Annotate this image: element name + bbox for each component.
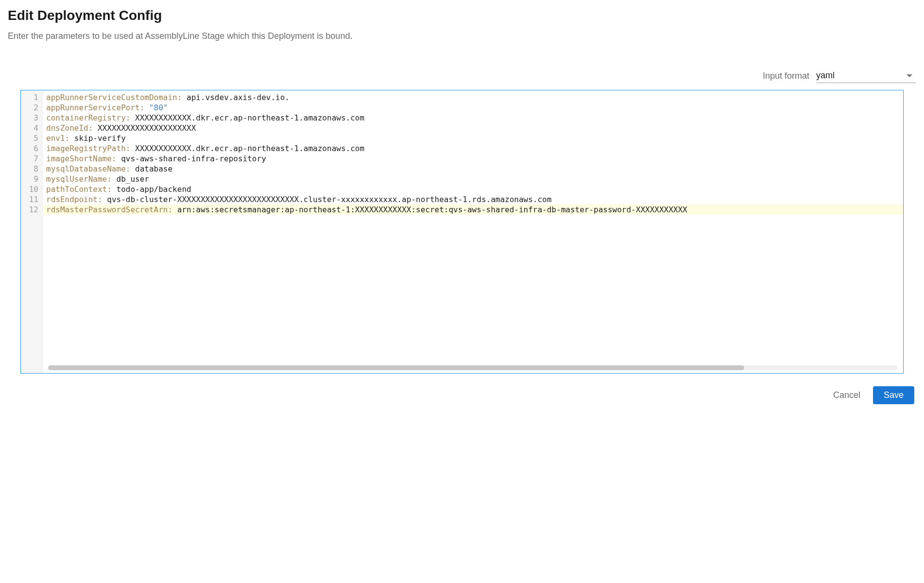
line-number: 6 bbox=[21, 143, 43, 154]
input-format-value: yaml bbox=[816, 70, 835, 81]
line-number: 12 bbox=[21, 205, 43, 215]
yaml-key: dnsZoneId bbox=[46, 123, 88, 133]
code-line[interactable]: containerRegistry: XXXXXXXXXXXX.dkr.ecr.… bbox=[43, 113, 903, 123]
save-button[interactable]: Save bbox=[873, 386, 914, 404]
editor-content[interactable]: appRunnerServiceCustomDomain: api.vsdev.… bbox=[43, 90, 903, 373]
yaml-value: todo-app/backend bbox=[117, 185, 191, 194]
yaml-value: api.vsdev.axis-dev.io. bbox=[187, 93, 290, 102]
yaml-value: "80" bbox=[149, 103, 168, 112]
line-number: 8 bbox=[21, 164, 43, 174]
editor-gutter: 123456789101112 bbox=[21, 90, 43, 373]
yaml-key: mysqlDatabaseName bbox=[46, 164, 126, 173]
yaml-key: pathToContext bbox=[46, 185, 107, 194]
code-line[interactable]: rdsEndpoint: qvs-db-cluster-XXXXXXXXXXXX… bbox=[43, 194, 903, 205]
yaml-value: db_user bbox=[117, 174, 149, 184]
yaml-key: rdsMasterPasswordSecretArn bbox=[46, 205, 168, 214]
line-number: 11 bbox=[21, 194, 43, 205]
yaml-key: containerRegistry bbox=[46, 113, 126, 122]
yaml-value: XXXXXXXXXXXX.dkr.ecr.ap-northeast-1.amaz… bbox=[135, 113, 364, 122]
line-number: 9 bbox=[21, 174, 43, 184]
yaml-key: mysqlUserName bbox=[46, 174, 107, 184]
line-number: 4 bbox=[21, 123, 43, 133]
code-line[interactable]: env1: skip-verify bbox=[43, 133, 903, 143]
code-line[interactable]: mysqlUserName: db_user bbox=[43, 174, 903, 184]
code-line[interactable]: pathToContext: todo-app/backend bbox=[43, 184, 903, 194]
code-line[interactable]: imageShortName: qvs-aws-shared-infra-rep… bbox=[43, 154, 903, 164]
cancel-button[interactable]: Cancel bbox=[829, 386, 864, 404]
yaml-value: skip-verify bbox=[74, 134, 126, 143]
code-line[interactable]: appRunnerServicePort: "80" bbox=[43, 103, 903, 113]
yaml-key: imageShortName bbox=[46, 154, 112, 163]
line-number: 1 bbox=[21, 92, 43, 103]
scrollbar-thumb[interactable] bbox=[48, 365, 744, 370]
yaml-key: imageRegistryPath bbox=[46, 144, 126, 153]
yaml-value: qvs-aws-shared-infra-repository bbox=[121, 154, 266, 163]
chevron-down-icon bbox=[907, 74, 912, 77]
yaml-value: database bbox=[135, 164, 172, 173]
page-subtitle: Enter the parameters to be used at Assem… bbox=[8, 31, 916, 41]
code-line[interactable]: appRunnerServiceCustomDomain: api.vsdev.… bbox=[43, 92, 903, 103]
dialog-actions: Cancel Save bbox=[8, 386, 916, 404]
input-format-select[interactable]: yaml bbox=[816, 69, 916, 83]
code-line[interactable]: dnsZoneId: XXXXXXXXXXXXXXXXXXXXX bbox=[43, 123, 903, 133]
yaml-value: qvs-db-cluster-XXXXXXXXXXXXXXXXXXXXXXXXX… bbox=[107, 195, 551, 204]
yaml-key: env1 bbox=[46, 134, 65, 143]
input-format-row: Input format yaml bbox=[8, 69, 916, 83]
line-number: 3 bbox=[21, 113, 43, 123]
line-number: 10 bbox=[21, 184, 43, 194]
code-line[interactable]: imageRegistryPath: XXXXXXXXXXXX.dkr.ecr.… bbox=[43, 143, 903, 154]
editor-horizontal-scrollbar[interactable] bbox=[48, 365, 897, 370]
line-number: 7 bbox=[21, 154, 43, 164]
yaml-key: appRunnerServicePort bbox=[46, 103, 140, 112]
yaml-value: arn:aws:secretsmanager:ap-northeast-1:XX… bbox=[177, 205, 687, 214]
yaml-key: rdsEndpoint bbox=[46, 195, 98, 204]
code-line[interactable]: mysqlDatabaseName: database bbox=[43, 164, 903, 174]
yaml-value: XXXXXXXXXXXXXXXXXXXXX bbox=[98, 123, 196, 133]
input-format-label: Input format bbox=[763, 71, 809, 81]
yaml-value: XXXXXXXXXXXX.dkr.ecr.ap-northeast-1.amaz… bbox=[135, 144, 364, 153]
code-line[interactable]: rdsMasterPasswordSecretArn: arn:aws:secr… bbox=[43, 205, 903, 215]
yaml-key: appRunnerServiceCustomDomain bbox=[46, 93, 177, 102]
line-number: 2 bbox=[21, 103, 43, 113]
page-title: Edit Deployment Config bbox=[8, 8, 916, 23]
code-editor[interactable]: 123456789101112 appRunnerServiceCustomDo… bbox=[20, 90, 904, 374]
line-number: 5 bbox=[21, 133, 43, 143]
